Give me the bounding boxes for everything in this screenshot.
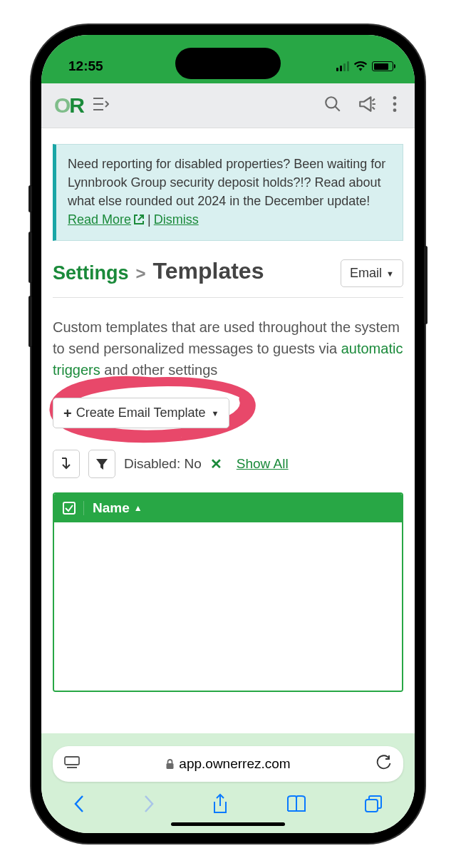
browser-chrome: app.ownerrez.com <box>41 733 415 833</box>
breadcrumb-settings-link[interactable]: Settings <box>53 262 129 284</box>
status-time: 12:55 <box>68 58 103 74</box>
breadcrumb-separator: > <box>136 264 146 284</box>
dynamic-island <box>175 48 281 79</box>
breadcrumb: Settings > Templates Email ▼ <box>53 259 403 287</box>
svg-rect-8 <box>167 763 174 769</box>
url-bar[interactable]: app.ownerrez.com <box>53 746 403 782</box>
page-content: Need reporting for disabled properties? … <box>41 128 415 733</box>
svg-point-2 <box>393 96 397 100</box>
svg-point-0 <box>326 97 336 108</box>
reader-mode-icon[interactable] <box>64 756 80 773</box>
volume-button <box>28 232 32 283</box>
sort-ascending-icon: ▲ <box>134 503 142 513</box>
power-button <box>424 246 428 324</box>
reload-icon[interactable] <box>376 755 392 774</box>
table-filter-row: Disabled: No ✕ Show All <box>53 450 403 478</box>
logo-letter-o: O <box>54 93 69 118</box>
safari-toolbar <box>53 782 403 823</box>
announcement-banner: Need reporting for disabled properties? … <box>53 144 403 241</box>
table-header: Name ▲ <box>54 494 402 522</box>
back-icon[interactable] <box>73 794 86 817</box>
read-more-link[interactable]: Read More <box>68 212 145 227</box>
type-filter-label: Email <box>350 266 382 281</box>
svg-rect-9 <box>366 800 378 812</box>
app-header: OR <box>41 83 415 128</box>
announcement-text: Need reporting for disabled properties? … <box>68 157 385 208</box>
reorder-button[interactable] <box>53 450 80 478</box>
app-logo[interactable]: OR <box>54 93 83 118</box>
tabs-icon[interactable] <box>363 794 383 817</box>
volume-button <box>28 296 32 347</box>
templates-table: Name ▲ <box>53 492 403 692</box>
page-description: Custom templates that are used throughou… <box>53 316 403 381</box>
dismiss-link[interactable]: Dismiss <box>154 212 199 227</box>
megaphone-icon[interactable] <box>353 91 380 120</box>
more-menu-icon[interactable] <box>388 91 402 120</box>
name-column-header[interactable]: Name ▲ <box>84 500 142 516</box>
svg-point-4 <box>393 108 397 112</box>
create-row: + Create Email Template ▼ <box>53 398 403 428</box>
home-indicator[interactable] <box>171 822 285 826</box>
cellular-signal-icon <box>336 61 349 71</box>
filter-button[interactable] <box>88 450 115 478</box>
svg-rect-6 <box>65 757 79 765</box>
phone-screen: 12:55 OR <box>41 35 415 833</box>
search-icon[interactable] <box>319 91 346 120</box>
svg-point-3 <box>393 103 397 106</box>
bookmarks-icon[interactable] <box>286 795 307 816</box>
create-email-template-button[interactable]: + Create Email Template ▼ <box>53 398 229 428</box>
show-all-link[interactable]: Show All <box>237 456 289 472</box>
divider <box>53 297 403 298</box>
share-icon[interactable] <box>212 793 229 817</box>
caret-down-icon: ▼ <box>386 269 394 278</box>
forward-icon[interactable] <box>142 794 155 817</box>
create-button-label: Create Email Template <box>76 405 206 420</box>
external-link-icon <box>133 212 145 230</box>
clear-filter-icon[interactable]: ✕ <box>210 455 222 472</box>
svg-rect-5 <box>63 502 75 514</box>
logo-letter-r: R <box>69 93 83 118</box>
disabled-filter-label: Disabled: No <box>124 456 202 472</box>
separator: | <box>145 212 154 227</box>
wifi-icon <box>353 61 368 72</box>
table-body-empty <box>54 522 402 691</box>
page-title: Templates <box>153 258 264 284</box>
url-display: app.ownerrez.com <box>90 756 366 772</box>
caret-down-icon: ▼ <box>211 409 219 418</box>
svg-line-1 <box>335 106 340 111</box>
menu-toggle-icon[interactable] <box>93 98 109 114</box>
plus-icon: + <box>63 406 72 420</box>
phone-frame: 12:55 OR <box>31 25 425 843</box>
lock-icon <box>165 759 175 770</box>
type-filter-dropdown[interactable]: Email ▼ <box>341 259 403 287</box>
status-indicators <box>336 61 393 72</box>
select-all-checkbox[interactable] <box>54 501 84 515</box>
battery-icon <box>372 61 393 71</box>
volume-button <box>28 185 32 212</box>
